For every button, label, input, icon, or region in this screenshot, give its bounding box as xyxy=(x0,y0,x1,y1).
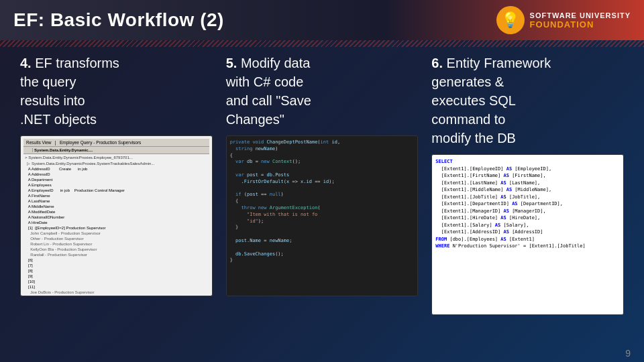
code-screenshot: private void ChangeDeptPostName(int id, … xyxy=(226,135,419,296)
logo-line1: SOFTWARE UNIVERSITY xyxy=(530,11,631,19)
step-6-text: 6. Entity Frameworkgenerates &executes S… xyxy=(431,54,624,147)
sql-screenshot: SELECT [Extent1].[EmployeeID] AS [Employ… xyxy=(431,154,624,315)
step-5-text: 5. Modify datawith C# codeand call "Save… xyxy=(226,54,419,129)
step-4-text: 4. EF transformsthe queryresults into.NE… xyxy=(20,54,213,129)
slide-title: EF: Basic Workflow (2) xyxy=(13,9,224,31)
logo-area: 💡 SOFTWARE UNIVERSITY FOUNDATION xyxy=(496,6,631,34)
step-5-number: 5. xyxy=(226,56,237,70)
step-6-number: 6. xyxy=(431,56,443,70)
step-4-number: 4. xyxy=(20,56,32,70)
logo-text: SOFTWARE UNIVERSITY FOUNDATION xyxy=(530,11,631,29)
column-3: 6. Entity Frameworkgenerates &executes S… xyxy=(431,54,624,328)
page-number: 9 xyxy=(625,348,631,359)
results-toolbar: Results View | Employee Query - Producti… xyxy=(23,139,209,147)
content-area: 4. EF transformsthe queryresults into.NE… xyxy=(0,40,644,342)
logo-line2: FOUNDATION xyxy=(530,19,594,29)
logo-icon: 💡 xyxy=(496,6,525,34)
column-1: 4. EF transformsthe queryresults into.NE… xyxy=(20,54,213,328)
column-2: 5. Modify datawith C# codeand call "Save… xyxy=(226,54,419,328)
results-screenshot: Results View | Employee Query - Producti… xyxy=(20,135,213,296)
header: EF: Basic Workflow (2) 💡 SOFTWARE UNIVER… xyxy=(0,0,644,40)
slide: EF: Basic Workflow (2) 💡 SOFTWARE UNIVER… xyxy=(0,0,644,362)
